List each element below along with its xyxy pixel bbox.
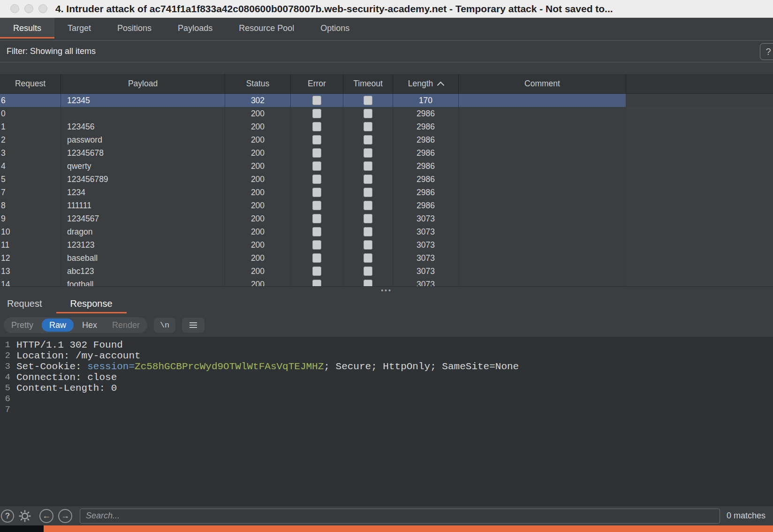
column-header-payload[interactable]: Payload <box>61 74 225 93</box>
timeout-checkbox[interactable] <box>364 96 372 105</box>
cell-timeout <box>343 225 393 238</box>
view-mode-render-button[interactable]: Render <box>105 317 147 333</box>
error-checkbox[interactable] <box>312 148 321 158</box>
cell-payload: baseball <box>61 251 225 265</box>
cell-timeout <box>343 173 393 186</box>
timeout-checkbox[interactable] <box>364 253 372 263</box>
column-header-error[interactable]: Error <box>291 74 343 93</box>
tab-request[interactable]: Request <box>0 294 56 313</box>
next-match-button[interactable]: → <box>58 509 72 523</box>
error-checkbox[interactable] <box>312 109 321 118</box>
column-header-status[interactable]: Status <box>225 74 291 93</box>
table-row[interactable]: 10 dragon 200 3073 <box>0 225 773 238</box>
view-mode-pretty-button[interactable]: Pretty <box>4 317 41 333</box>
search-help-icon[interactable]: ? <box>1 509 14 523</box>
timeout-checkbox[interactable] <box>364 109 372 118</box>
error-checkbox[interactable] <box>312 122 321 131</box>
error-checkbox[interactable] <box>312 201 321 210</box>
help-icon[interactable]: ? <box>760 43 773 60</box>
column-header-timeout[interactable]: Timeout <box>343 74 393 93</box>
view-mode-hex-button[interactable]: Hex <box>75 317 105 333</box>
error-checkbox[interactable] <box>312 227 321 236</box>
table-row[interactable]: 14 football 200 3073 <box>0 278 773 286</box>
search-input[interactable] <box>80 509 720 524</box>
timeout-checkbox[interactable] <box>364 188 372 197</box>
cell-status: 302 <box>225 94 291 107</box>
cell-request: 1 <box>0 120 61 133</box>
response-line: 3 Set-Cookie: session=Zc58hGCBPrcWyd9OTW… <box>0 361 773 372</box>
cell-error <box>291 94 343 107</box>
column-header-comment[interactable]: Comment <box>459 74 626 93</box>
tab-payloads[interactable]: Payloads <box>165 18 226 38</box>
error-checkbox[interactable] <box>312 214 321 223</box>
previous-match-button[interactable]: ← <box>39 509 53 523</box>
cell-filler <box>626 225 773 238</box>
cell-timeout <box>343 107 393 120</box>
error-checkbox[interactable] <box>312 280 321 286</box>
cell-error <box>291 173 343 186</box>
timeout-checkbox[interactable] <box>364 280 372 286</box>
timeout-checkbox[interactable] <box>364 122 372 131</box>
table-row[interactable]: 2 password 200 2986 <box>0 133 773 146</box>
tab-results[interactable]: Results <box>0 18 54 38</box>
timeout-checkbox[interactable] <box>364 135 372 144</box>
line-number: 3 <box>0 361 10 372</box>
minimize-window-button[interactable] <box>24 4 33 13</box>
close-window-button[interactable] <box>10 4 19 13</box>
tab-response[interactable]: Response <box>56 294 127 313</box>
tab-target[interactable]: Target <box>54 18 104 38</box>
error-checkbox[interactable] <box>312 266 321 276</box>
timeout-checkbox[interactable] <box>364 175 372 184</box>
zoom-window-button[interactable] <box>38 4 47 13</box>
table-row[interactable]: 9 1234567 200 3073 <box>0 212 773 225</box>
splitter-handle[interactable]: ••• <box>0 286 773 294</box>
column-header-request[interactable]: Request <box>0 74 61 93</box>
search-settings-button[interactable] <box>18 509 32 523</box>
column-header-length-label: Length <box>408 79 433 89</box>
response-editor[interactable]: 1 HTTP/1.1 302 Found 2 Location: /my-acc… <box>0 337 773 506</box>
tab-options[interactable]: Options <box>307 18 363 38</box>
table-row[interactable]: 7 1234 200 2986 <box>0 186 773 199</box>
timeout-checkbox[interactable] <box>364 266 372 276</box>
table-row[interactable]: 13 abc123 200 3073 <box>0 265 773 278</box>
error-checkbox[interactable] <box>312 96 321 105</box>
editor-menu-button[interactable] <box>182 318 205 333</box>
error-checkbox[interactable] <box>312 253 321 263</box>
column-header-length[interactable]: Length <box>393 74 459 93</box>
table-row[interactable]: 12 baseball 200 3073 <box>0 251 773 265</box>
error-checkbox[interactable] <box>312 175 321 184</box>
cell-timeout <box>343 212 393 225</box>
cell-timeout <box>343 146 393 160</box>
table-row[interactable]: 6 12345 302 170 <box>0 94 773 107</box>
cell-request: 0 <box>0 107 61 120</box>
timeout-checkbox[interactable] <box>364 201 372 210</box>
filter-bar[interactable]: Filter: Showing all items ? <box>0 40 773 62</box>
table-row[interactable]: 0 200 2986 <box>0 107 773 120</box>
line-number: 7 <box>0 404 10 415</box>
tab-positions[interactable]: Positions <box>104 18 165 38</box>
tab-resource-pool[interactable]: Resource Pool <box>226 18 307 38</box>
error-checkbox[interactable] <box>312 240 321 250</box>
table-row[interactable]: 1 123456 200 2986 <box>0 120 773 133</box>
cell-timeout <box>343 199 393 212</box>
table-row[interactable]: 5 123456789 200 2986 <box>0 173 773 186</box>
table-row[interactable]: 11 123123 200 3073 <box>0 238 773 251</box>
show-newlines-button[interactable]: \n <box>154 318 175 333</box>
table-row[interactable]: 8 111111 200 2986 <box>0 199 773 212</box>
timeout-checkbox[interactable] <box>364 214 372 223</box>
table-row[interactable]: 3 12345678 200 2986 <box>0 146 773 160</box>
view-mode-raw-button[interactable]: Raw <box>42 319 74 332</box>
timeout-checkbox[interactable] <box>364 148 372 158</box>
timeout-checkbox[interactable] <box>364 161 372 171</box>
cell-error <box>291 107 343 120</box>
table-row[interactable]: 4 qwerty 200 2986 <box>0 160 773 173</box>
error-checkbox[interactable] <box>312 135 321 144</box>
timeout-checkbox[interactable] <box>364 227 372 236</box>
error-checkbox[interactable] <box>312 188 321 197</box>
cell-filler <box>626 186 773 199</box>
cell-payload: football <box>61 278 225 286</box>
error-checkbox[interactable] <box>312 161 321 171</box>
timeout-checkbox[interactable] <box>364 240 372 250</box>
response-text-segment: Location: /my-account <box>16 350 141 361</box>
cell-filler <box>626 160 773 173</box>
